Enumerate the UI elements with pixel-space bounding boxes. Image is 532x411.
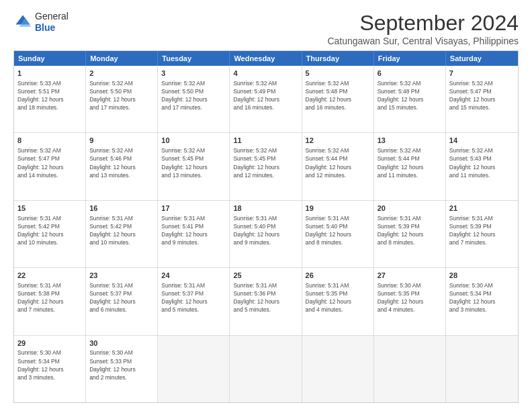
cell-30: 30Sunrise: 5:30 AM Sunset: 5:33 PM Dayli… (86, 336, 158, 402)
cell-23: 23Sunrise: 5:31 AM Sunset: 5:37 PM Dayli… (86, 268, 158, 334)
cell-empty-1 (158, 336, 230, 402)
cell-26: 26Sunrise: 5:31 AM Sunset: 5:35 PM Dayli… (302, 268, 374, 334)
cell-empty-2 (230, 336, 302, 402)
cell-17: 17Sunrise: 5:31 AM Sunset: 5:41 PM Dayli… (158, 201, 230, 267)
cell-10: 10Sunrise: 5:32 AM Sunset: 5:45 PM Dayli… (158, 133, 230, 199)
week-2: 8Sunrise: 5:32 AM Sunset: 5:47 PM Daylig… (14, 133, 518, 200)
cell-3: 3Sunrise: 5:32 AM Sunset: 5:50 PM Daylig… (158, 66, 230, 132)
cell-16: 16Sunrise: 5:31 AM Sunset: 5:42 PM Dayli… (86, 201, 158, 267)
cell-22: 22Sunrise: 5:31 AM Sunset: 5:38 PM Dayli… (14, 268, 86, 334)
logo-text: General Blue (35, 11, 69, 34)
cell-28: 28Sunrise: 5:30 AM Sunset: 5:34 PM Dayli… (446, 268, 518, 334)
cell-6: 6Sunrise: 5:32 AM Sunset: 5:48 PM Daylig… (374, 66, 446, 132)
week-4: 22Sunrise: 5:31 AM Sunset: 5:38 PM Dayli… (14, 268, 518, 335)
calendar-page: General Blue September 2024 Catungawan S… (0, 0, 532, 411)
header-wednesday: Wednesday (230, 51, 302, 66)
cell-19: 19Sunrise: 5:31 AM Sunset: 5:40 PM Dayli… (302, 201, 374, 267)
cell-25: 25Sunrise: 5:31 AM Sunset: 5:36 PM Dayli… (230, 268, 302, 334)
header-friday: Friday (374, 51, 446, 66)
calendar: Sunday Monday Tuesday Wednesday Thursday… (13, 50, 519, 403)
cell-12: 12Sunrise: 5:32 AM Sunset: 5:44 PM Dayli… (302, 133, 374, 199)
header-thursday: Thursday (302, 51, 374, 66)
page-header: General Blue September 2024 Catungawan S… (13, 11, 519, 46)
calendar-body: 1Sunrise: 5:33 AM Sunset: 5:51 PM Daylig… (14, 66, 518, 402)
logo-blue: Blue (35, 22, 55, 33)
calendar-header: Sunday Monday Tuesday Wednesday Thursday… (14, 51, 518, 66)
cell-29: 29Sunrise: 5:30 AM Sunset: 5:34 PM Dayli… (14, 336, 86, 402)
header-saturday: Saturday (446, 51, 518, 66)
cell-8: 8Sunrise: 5:32 AM Sunset: 5:47 PM Daylig… (14, 133, 86, 199)
cell-4: 4Sunrise: 5:32 AM Sunset: 5:49 PM Daylig… (230, 66, 302, 132)
header-tuesday: Tuesday (158, 51, 230, 66)
cell-18: 18Sunrise: 5:31 AM Sunset: 5:40 PM Dayli… (230, 201, 302, 267)
cell-empty-3 (302, 336, 374, 402)
cell-11: 11Sunrise: 5:32 AM Sunset: 5:45 PM Dayli… (230, 133, 302, 199)
cell-24: 24Sunrise: 5:31 AM Sunset: 5:37 PM Dayli… (158, 268, 230, 334)
cell-5: 5Sunrise: 5:32 AM Sunset: 5:48 PM Daylig… (302, 66, 374, 132)
week-3: 15Sunrise: 5:31 AM Sunset: 5:42 PM Dayli… (14, 201, 518, 268)
subtitle: Catungawan Sur, Central Visayas, Philipp… (327, 36, 519, 46)
week-1: 1Sunrise: 5:33 AM Sunset: 5:51 PM Daylig… (14, 66, 518, 133)
week-5: 29Sunrise: 5:30 AM Sunset: 5:34 PM Dayli… (14, 336, 518, 402)
cell-7: 7Sunrise: 5:32 AM Sunset: 5:47 PM Daylig… (446, 66, 518, 132)
logo: General Blue (13, 11, 69, 34)
cell-14: 14Sunrise: 5:32 AM Sunset: 5:43 PM Dayli… (446, 133, 518, 199)
cell-27: 27Sunrise: 5:30 AM Sunset: 5:35 PM Dayli… (374, 268, 446, 334)
logo-icon (13, 13, 32, 32)
cell-20: 20Sunrise: 5:31 AM Sunset: 5:39 PM Dayli… (374, 201, 446, 267)
cell-13: 13Sunrise: 5:32 AM Sunset: 5:44 PM Dayli… (374, 133, 446, 199)
cell-empty-5 (446, 336, 518, 402)
cell-9: 9Sunrise: 5:32 AM Sunset: 5:46 PM Daylig… (86, 133, 158, 199)
header-monday: Monday (86, 51, 158, 66)
cell-21: 21Sunrise: 5:31 AM Sunset: 5:39 PM Dayli… (446, 201, 518, 267)
title-block: September 2024 Catungawan Sur, Central V… (327, 11, 519, 46)
main-title: September 2024 (327, 11, 519, 36)
cell-1: 1Sunrise: 5:33 AM Sunset: 5:51 PM Daylig… (14, 66, 86, 132)
cell-empty-4 (374, 336, 446, 402)
cell-2: 2Sunrise: 5:32 AM Sunset: 5:50 PM Daylig… (86, 66, 158, 132)
header-sunday: Sunday (14, 51, 86, 66)
cell-15: 15Sunrise: 5:31 AM Sunset: 5:42 PM Dayli… (14, 201, 86, 267)
logo-general: General (35, 11, 69, 21)
